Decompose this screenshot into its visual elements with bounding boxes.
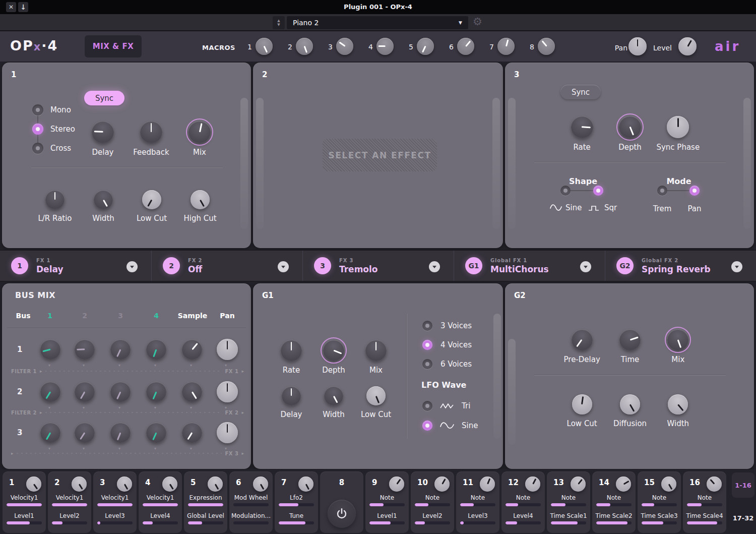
time-knob[interactable]	[619, 329, 641, 350]
rate-knob[interactable]	[571, 116, 593, 138]
g1-selector-chevron[interactable]	[580, 261, 591, 272]
lfo-option-sine[interactable]: Sine	[422, 421, 478, 431]
bus3-send-2-knob[interactable]	[75, 423, 95, 443]
mod-slot-6-knob[interactable]	[253, 477, 268, 492]
mod-slot-1-knob[interactable]	[26, 477, 41, 492]
mod-slot-3-knob[interactable]	[117, 477, 132, 492]
preset-select[interactable]: Piano 2 ▼	[287, 16, 468, 29]
mix-fx-view-button[interactable]: MIX & FX	[85, 35, 142, 57]
mod-depth-bar[interactable]	[279, 521, 314, 524]
mod-slot-11[interactable]: 11NoteLevel3	[456, 471, 499, 533]
mod-slot-3[interactable]: 3Velocity1Level3	[93, 471, 137, 533]
mod-depth-bar[interactable]	[551, 521, 586, 524]
fx-slot-3[interactable]: 3 FX 3 Tremolo	[302, 251, 454, 281]
mod-source-bar[interactable]	[143, 503, 178, 506]
mod-slot-1[interactable]: 1Velocity1Level1	[3, 471, 46, 533]
l-r-ratio-knob[interactable]	[45, 190, 65, 209]
mod-source-bar[interactable]	[188, 503, 223, 506]
mod-source-bar[interactable]	[642, 503, 677, 506]
mod-source-bar[interactable]	[415, 503, 450, 506]
mod-slot-15[interactable]: 15NoteTime Scale3	[638, 471, 681, 533]
mod-source-bar[interactable]	[97, 503, 133, 506]
mod-slot-14-knob[interactable]	[616, 477, 631, 492]
mod-source-bar[interactable]	[551, 503, 586, 506]
mode-pan-label[interactable]: Pan	[684, 204, 705, 213]
macro-4-knob[interactable]	[376, 38, 394, 55]
mod-source-bar[interactable]	[7, 503, 42, 506]
depth-knob[interactable]	[323, 340, 344, 361]
bus3-send-5-knob[interactable]	[182, 423, 202, 443]
bus1-send-3-knob[interactable]	[110, 339, 131, 360]
bus3-send-4-knob[interactable]	[146, 423, 166, 443]
mod-slot-6[interactable]: 6Mod WheelModulation...	[229, 471, 273, 533]
bus2-send-2-knob[interactable]	[75, 382, 95, 402]
mod-depth-bar[interactable]	[687, 521, 722, 524]
voices-6-radio[interactable]	[422, 359, 432, 369]
rate-knob[interactable]	[281, 340, 302, 361]
low-cut-knob[interactable]	[142, 190, 161, 209]
mod-depth-bar[interactable]	[143, 521, 178, 524]
bus1-send-4-knob[interactable]	[146, 339, 166, 360]
mod-slot-5-knob[interactable]	[208, 477, 223, 492]
shape-sine-radio[interactable]	[560, 186, 571, 196]
macro-5-knob[interactable]	[417, 38, 434, 55]
sync-button-fx1[interactable]: Sync	[84, 91, 124, 105]
mod-depth-bar[interactable]	[642, 521, 677, 524]
global-fx1-slot[interactable]: G1 Global FX 1 MultiChorus	[454, 251, 605, 281]
lfo-sine-radio[interactable]	[422, 421, 432, 431]
bus3-send-3-knob[interactable]	[110, 423, 131, 443]
master-pan-knob[interactable]	[628, 37, 647, 55]
bus2-send-5-knob[interactable]	[182, 382, 202, 402]
mod-depth-bar[interactable]	[233, 521, 269, 524]
gear-icon[interactable]: ⚙	[473, 16, 482, 28]
master-level-knob[interactable]	[678, 37, 697, 55]
mod-slot-11-knob[interactable]	[480, 477, 495, 492]
fx2-selector-chevron[interactable]	[278, 261, 289, 272]
bus-column-1[interactable]: 1	[47, 312, 52, 320]
mod-slot-4[interactable]: 4Velocity1Level4	[139, 471, 182, 533]
mode-option-stereo[interactable]: Stereo	[32, 124, 75, 135]
mod-slot-12[interactable]: 12NoteLevel4	[501, 471, 545, 533]
mode-option-cross[interactable]: Cross	[32, 143, 71, 154]
bus-column-2[interactable]: 2	[82, 312, 87, 320]
depth-knob[interactable]	[619, 116, 641, 138]
macro-7-knob[interactable]	[497, 38, 515, 55]
shape-sine-option[interactable]: Sine	[549, 203, 582, 212]
bus2-send-3-knob[interactable]	[110, 382, 131, 402]
mod-slot-7[interactable]: 7Lfo2Tune	[275, 471, 318, 533]
mod-slot-7-knob[interactable]	[298, 477, 313, 492]
global-fx2-slot[interactable]: G2 Global FX 2 Spring Reverb	[605, 251, 756, 281]
bus3-send-6-knob[interactable]	[217, 422, 238, 443]
voices-option-4[interactable]: 4 Voices	[422, 340, 472, 350]
fx-slot-1[interactable]: 1 FX 1 Delay	[0, 251, 151, 281]
mod-slot-9[interactable]: 9NoteLevel1	[365, 471, 409, 533]
width-knob[interactable]	[324, 386, 343, 405]
mode-option-mono[interactable]: Mono	[32, 104, 71, 115]
g2-selector-chevron[interactable]	[731, 261, 742, 272]
bus1-send-2-knob[interactable]	[75, 339, 95, 360]
mod-source-bar[interactable]	[369, 503, 405, 506]
mod-source-bar[interactable]	[506, 503, 541, 506]
mix-knob[interactable]	[365, 340, 387, 361]
mode-pan-radio[interactable]	[689, 186, 700, 196]
mod-slot-16-knob[interactable]	[707, 477, 722, 492]
bus1-send-6-knob[interactable]	[217, 339, 238, 360]
lfo-option-tri[interactable]: Tri	[422, 401, 470, 411]
mod-depth-bar[interactable]	[415, 521, 450, 524]
voices-option-3[interactable]: 3 Voices	[422, 321, 472, 331]
select-effect-button[interactable]: SELECT AN EFFECT	[323, 139, 437, 171]
fx3-selector-chevron[interactable]	[429, 261, 440, 272]
lfo-tri-radio[interactable]	[422, 401, 432, 411]
shape-sqr-radio[interactable]	[593, 186, 603, 196]
stereo-radio[interactable]	[32, 124, 43, 135]
mod-depth-bar[interactable]	[596, 521, 632, 524]
sync-phase-knob[interactable]	[667, 116, 689, 138]
mod-slot-14[interactable]: 14NoteTime Scale2	[592, 471, 636, 533]
power-button[interactable]	[328, 500, 356, 528]
bus2-send-1-knob[interactable]	[40, 382, 60, 402]
bus2-send-6-knob[interactable]	[217, 381, 238, 402]
fx-slot-2[interactable]: 2 FX 2 Off	[151, 251, 302, 281]
bus3-send-1-knob[interactable]	[40, 423, 60, 443]
mod-slot-13-knob[interactable]	[571, 477, 586, 492]
mod-depth-bar[interactable]	[506, 521, 541, 524]
